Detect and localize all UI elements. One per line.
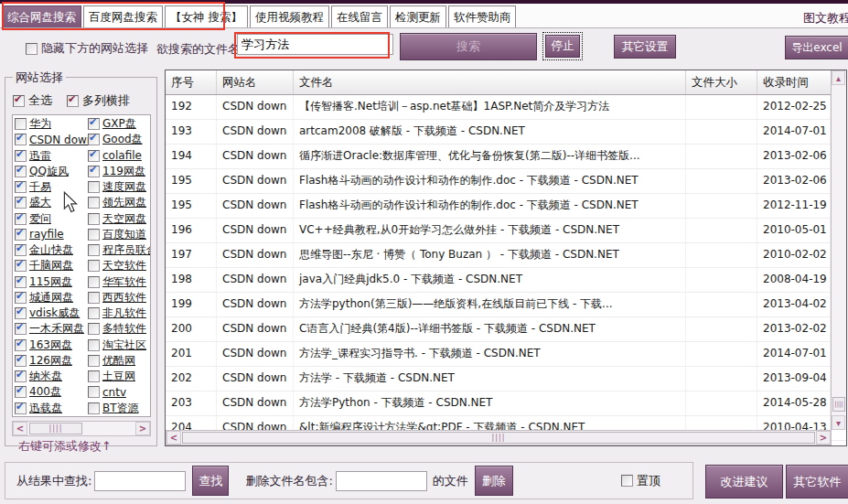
- site-checkbox[interactable]: [15, 323, 27, 335]
- site-option[interactable]: Good盘: [86, 132, 151, 147]
- scroll-right-icon[interactable]: >: [816, 431, 831, 445]
- select-all-option[interactable]: 全选: [13, 92, 52, 109]
- export-excel-button[interactable]: 导出excel: [785, 36, 848, 59]
- site-checkbox[interactable]: [88, 244, 100, 256]
- header-name[interactable]: 文件名: [294, 70, 686, 94]
- site-option[interactable]: cntv: [86, 384, 151, 400]
- table-vertical-scrollbar[interactable]: ▴ |||| ▾: [831, 70, 846, 430]
- site-option[interactable]: 城通网盘: [13, 290, 86, 306]
- site-option[interactable]: 119网盘: [86, 164, 151, 179]
- header-size[interactable]: 文件大小: [686, 70, 757, 94]
- site-checkbox[interactable]: [88, 307, 100, 319]
- site-option[interactable]: 纳米盘: [13, 369, 86, 384]
- tab[interactable]: 【女神 搜索】: [165, 5, 248, 27]
- site-checkbox[interactable]: [15, 276, 27, 288]
- site-option[interactable]: 一木禾网盘: [13, 321, 86, 337]
- site-checkbox[interactable]: [88, 166, 100, 177]
- table-row[interactable]: 201 CSDN down 方法学_课程实习指导书. - 下载频道 - CSDN…: [166, 342, 846, 367]
- delete-button[interactable]: 删除: [475, 466, 513, 496]
- site-option[interactable]: 西西软件: [86, 290, 151, 306]
- site-checkbox[interactable]: [15, 370, 27, 382]
- table-row[interactable]: 193 CSDN down artcam2008 破解版 - 下载频道 - CS…: [166, 120, 846, 145]
- tab[interactable]: 检测更新: [390, 5, 446, 27]
- hide-sites-checkbox[interactable]: [26, 43, 38, 55]
- site-checkbox[interactable]: [15, 339, 27, 351]
- multi-column-checkbox[interactable]: [67, 95, 79, 107]
- scroll-up-icon[interactable]: ▴: [832, 70, 845, 85]
- scroll-down-icon[interactable]: ▾: [832, 415, 845, 430]
- site-checkbox[interactable]: [88, 118, 100, 130]
- site-checkbox[interactable]: [88, 370, 100, 382]
- hide-sites-option[interactable]: 隐藏下方的网站选择: [26, 40, 148, 57]
- tab[interactable]: 使用视频教程: [250, 5, 329, 27]
- site-checkbox[interactable]: [88, 402, 100, 414]
- site-checkbox[interactable]: [15, 386, 27, 398]
- header-no[interactable]: 序号: [166, 70, 217, 94]
- table-row[interactable]: 195 CSDN down Flash格斗动画的动作设计和动作的制作.doc -…: [166, 169, 846, 194]
- doc-tutorial-link[interactable]: 图文教程: [803, 10, 848, 27]
- site-checkbox[interactable]: [15, 150, 27, 162]
- find-input[interactable]: [94, 471, 186, 491]
- table-row[interactable]: 199 CSDN down 方法学python(第三版)——绝版资料,在线版目前…: [166, 293, 846, 317]
- site-option[interactable]: 非凡软件: [86, 306, 151, 321]
- site-option[interactable]: rayfile: [13, 227, 86, 242]
- site-option[interactable]: 天空网盘: [86, 211, 151, 227]
- site-option[interactable]: QQ旋风: [13, 164, 86, 179]
- site-checkbox[interactable]: [88, 260, 100, 272]
- site-checkbox[interactable]: [15, 402, 27, 414]
- site-checkbox[interactable]: [88, 323, 100, 335]
- site-checkbox[interactable]: [88, 181, 100, 193]
- table-row[interactable]: 197 CSDN down 思维导图--东尼 · 博赞（ Tony Buzan …: [166, 243, 846, 268]
- site-option[interactable]: 华为: [13, 116, 86, 132]
- site-option[interactable]: 400盘: [13, 384, 86, 400]
- site-checkbox[interactable]: [15, 292, 27, 304]
- site-option[interactable]: 程序员联合: [86, 242, 151, 258]
- table-row[interactable]: 203 CSDN down 方法学Python - 下载频道 - CSDN.NE…: [166, 391, 846, 416]
- site-checkbox[interactable]: [15, 197, 27, 209]
- table-row[interactable]: 198 CSDN down java入门经典jdk5.0 - 下载频道 - CS…: [166, 268, 846, 293]
- header-site[interactable]: 网站名: [217, 70, 294, 94]
- site-checkbox[interactable]: [15, 166, 27, 177]
- site-option[interactable]: 126网盘: [13, 353, 86, 369]
- search-input[interactable]: [237, 34, 393, 55]
- site-checkbox[interactable]: [88, 197, 100, 209]
- site-checkbox[interactable]: [15, 213, 27, 225]
- other-settings-button[interactable]: 其它设置: [614, 35, 676, 59]
- search-button[interactable]: 搜索: [400, 33, 537, 60]
- delete-input[interactable]: [336, 471, 427, 491]
- site-option[interactable]: 爱问: [13, 211, 86, 227]
- tab[interactable]: 在线留言: [331, 5, 388, 27]
- table-row[interactable]: 200 CSDN down C语言入门经典(第4版)--详细书签版 - 下载频道…: [166, 317, 846, 342]
- site-checkbox[interactable]: [15, 181, 27, 193]
- site-option[interactable]: 千脑网盘: [13, 258, 86, 273]
- site-option[interactable]: 淘宝社区: [86, 338, 151, 353]
- tab[interactable]: 软件赞助商: [448, 5, 517, 27]
- site-option[interactable]: 迅雷: [13, 148, 86, 164]
- site-option[interactable]: 多特软件: [86, 321, 151, 337]
- site-checkbox[interactable]: [88, 276, 100, 288]
- topmost-option[interactable]: 置顶: [621, 473, 660, 489]
- multi-column-option[interactable]: 多列横排: [67, 92, 130, 109]
- site-option[interactable]: 华军软件: [86, 274, 151, 290]
- scroll-thumb[interactable]: ||||: [182, 432, 815, 444]
- site-checkbox[interactable]: [88, 150, 100, 162]
- site-checkbox[interactable]: [15, 244, 27, 256]
- site-option[interactable]: 115网盘: [13, 274, 86, 290]
- scroll-left-icon[interactable]: <: [13, 422, 27, 435]
- site-checkbox[interactable]: [15, 229, 27, 241]
- site-checkbox[interactable]: [88, 386, 100, 398]
- table-horizontal-scrollbar[interactable]: < |||| >: [166, 430, 832, 445]
- site-option[interactable]: CSDN down: [13, 132, 86, 147]
- scroll-right-icon[interactable]: >: [135, 422, 150, 435]
- site-checkbox[interactable]: [15, 355, 27, 367]
- site-option[interactable]: 天空软件: [86, 258, 151, 273]
- site-option[interactable]: 盛大: [13, 195, 86, 210]
- sidebar-horizontal-scrollbar[interactable]: < |||| >: [12, 421, 151, 436]
- site-checkbox[interactable]: [88, 213, 100, 225]
- site-option[interactable]: 土豆网: [86, 369, 151, 384]
- tab[interactable]: 综合网盘搜索: [2, 5, 81, 27]
- scroll-left-icon[interactable]: <: [166, 431, 181, 445]
- site-option[interactable]: 百度知道: [86, 227, 151, 242]
- site-checkbox[interactable]: [15, 260, 27, 272]
- table-row[interactable]: 196 CSDN down VC++经典教程,从0开始学习怎么做外挂 - 下载频…: [166, 219, 846, 243]
